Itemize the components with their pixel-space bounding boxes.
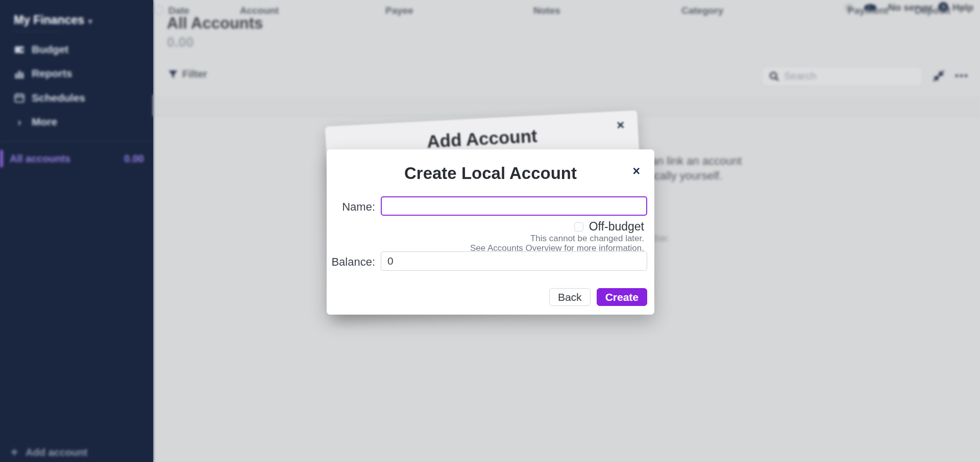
off-budget-row: Off-budget: [574, 220, 644, 234]
calendar-icon: [14, 92, 25, 104]
column-header-account: Account: [240, 5, 279, 16]
chevron-right-icon: ›: [14, 116, 25, 127]
name-input[interactable]: [381, 196, 647, 216]
sidebar: My Finances▾ Budget Reports Schedules: [0, 0, 153, 462]
off-budget-checkbox[interactable]: [574, 222, 583, 232]
balance-input[interactable]: [381, 251, 647, 271]
divider: [0, 141, 153, 142]
all-accounts-label: All accounts: [10, 153, 70, 165]
close-icon[interactable]: ×: [617, 118, 625, 132]
off-budget-note-line1: This cannot be changed later.: [530, 234, 644, 244]
close-icon[interactable]: ×: [632, 165, 640, 177]
balance-label: Balance:: [327, 255, 375, 269]
sidebar-item-label: Budget: [32, 43, 68, 56]
sidebar-item-label: Schedules: [32, 92, 85, 104]
back-button[interactable]: Back: [549, 288, 591, 306]
more-options-icon[interactable]: [955, 74, 967, 77]
filter-label: Filter: [182, 68, 207, 80]
all-accounts-amount: 0.00: [124, 153, 144, 165]
sidebar-item-all-accounts[interactable]: All accounts 0.00: [0, 149, 153, 168]
select-all-checkbox[interactable]: [155, 6, 163, 14]
empty-state-text-fragment: can link an account: [646, 155, 742, 168]
selected-indicator: [0, 150, 3, 167]
column-header-category: Category: [681, 5, 723, 16]
column-header-payment: Payment: [817, 5, 888, 16]
plus-icon: +: [11, 445, 18, 459]
sidebar-item-budget[interactable]: Budget: [0, 42, 153, 57]
column-header-notes: Notes: [533, 5, 560, 16]
sidebar-item-label: More: [32, 116, 57, 128]
sidebar-item-schedules[interactable]: Schedules: [0, 90, 153, 106]
column-header-payee: Payee: [385, 5, 413, 16]
add-account-button[interactable]: + Add account: [0, 445, 153, 460]
page-balance: 0.00: [167, 35, 194, 50]
column-header-deposit: Deposit: [889, 5, 950, 16]
sidebar-item-label: Reports: [32, 67, 72, 80]
search-icon: [769, 71, 779, 82]
page-title: All Accounts: [167, 14, 263, 33]
name-label: Name:: [327, 200, 375, 214]
sidebar-item-reports[interactable]: Reports: [0, 66, 153, 81]
transactions-table-header: [153, 95, 980, 116]
create-button[interactable]: Create: [597, 288, 647, 306]
bar-chart-icon: [14, 68, 25, 79]
chevron-down-icon: ▾: [88, 17, 92, 25]
search-box[interactable]: [762, 66, 923, 86]
app-window: My Finances▾ Budget Reports Schedules: [0, 0, 980, 462]
collapse-rows-icon[interactable]: [932, 69, 945, 85]
filter-button[interactable]: Filter: [168, 68, 207, 80]
budget-name-menu[interactable]: My Finances▾: [14, 13, 92, 27]
add-account-label: Add account: [26, 447, 87, 458]
empty-state-text-fragment: bar.: [654, 233, 670, 244]
cleared-column-icon[interactable]: ✓: [959, 5, 967, 16]
empty-state-text-fragment: locally yourself.: [646, 169, 722, 183]
budget-name: My Finances: [14, 13, 84, 27]
modal-buttons: Back Create: [549, 288, 647, 306]
modal-title: Create Local Account: [327, 164, 654, 183]
create-local-account-modal: Create Local Account × Name: Off-budget …: [327, 149, 654, 315]
column-header-date: Date: [168, 5, 189, 16]
off-budget-label: Off-budget: [589, 220, 644, 234]
divider: [13, 31, 61, 32]
search-input[interactable]: [784, 70, 912, 82]
funnel-icon: [168, 70, 178, 79]
wallet-icon: [14, 44, 25, 55]
sidebar-item-more[interactable]: › More: [0, 114, 153, 130]
